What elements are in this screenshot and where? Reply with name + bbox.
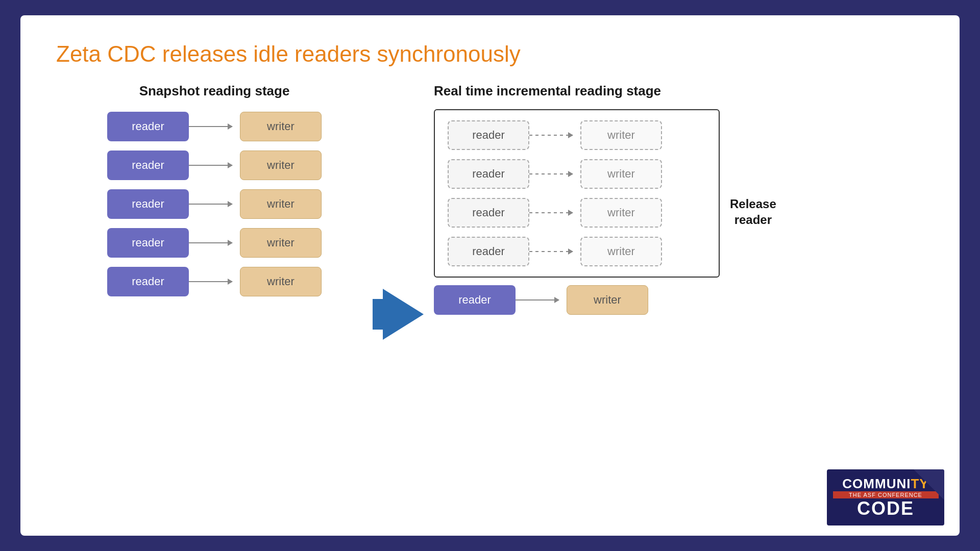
slide: Zeta CDC releases idle readers synchrono…	[20, 15, 960, 536]
reader-box: reader	[107, 228, 189, 258]
right-section: Real time incremental reading stage read…	[434, 83, 924, 315]
arrow-connector-dashed	[529, 212, 580, 213]
right-section-title: Real time incremental reading stage	[434, 83, 661, 99]
writer-box-dashed: writer	[580, 237, 662, 266]
left-row-3: reader writer	[107, 189, 322, 219]
writer-box-dashed: writer	[580, 159, 662, 189]
reader-box: reader	[107, 151, 189, 180]
logo-triangle	[914, 469, 944, 500]
writer-box: writer	[240, 228, 322, 258]
left-row-4: reader writer	[107, 228, 322, 258]
arrow-connector-dashed	[529, 135, 580, 136]
right-dashed-box: reader writer reader writer reader	[434, 109, 720, 278]
right-row-3: reader writer	[448, 198, 706, 228]
writer-box-dashed: writer	[580, 120, 662, 150]
reader-box-active: reader	[434, 285, 516, 315]
left-section-title: Snapshot reading stage	[139, 83, 290, 99]
diagram-area: Snapshot reading stage reader writer rea…	[56, 83, 924, 515]
reader-box: reader	[107, 267, 189, 296]
left-section: Snapshot reading stage reader writer rea…	[56, 83, 373, 296]
right-with-label: reader writer reader writer reader	[434, 109, 776, 315]
big-arrow-shape	[383, 289, 424, 340]
writer-box: writer	[240, 267, 322, 296]
arrow-connector	[189, 281, 240, 282]
right-row-1: reader writer	[448, 120, 706, 150]
right-row-4: reader writer	[448, 237, 706, 266]
arrow-connector	[189, 204, 240, 205]
arrow-connector-active	[516, 299, 567, 300]
reader-box-dashed: reader	[448, 198, 529, 228]
writer-box: writer	[240, 151, 322, 180]
reader-box: reader	[107, 189, 189, 219]
right-row-2: reader writer	[448, 159, 706, 189]
reader-box-dashed: reader	[448, 120, 529, 150]
writer-box-active: writer	[567, 285, 648, 315]
reader-box-dashed: reader	[448, 159, 529, 189]
writer-box: writer	[240, 189, 322, 219]
left-row-1: reader writer	[107, 112, 322, 141]
bottom-active-row: reader writer	[434, 285, 720, 315]
reader-box: reader	[107, 112, 189, 141]
reader-box-dashed: reader	[448, 237, 529, 266]
transition-arrow	[373, 289, 434, 340]
arrow-connector-dashed	[529, 173, 580, 174]
arrow-connector-dashed	[529, 251, 580, 252]
arrow-connector	[189, 126, 240, 127]
left-row-2: reader writer	[107, 151, 322, 180]
arrow-connector	[189, 242, 240, 243]
slide-title: Zeta CDC releases idle readers synchrono…	[56, 41, 924, 68]
writer-box-dashed: writer	[580, 198, 662, 228]
left-rows-container: reader writer reader writer reader write…	[107, 112, 322, 296]
writer-box: writer	[240, 112, 322, 141]
community-code-logo: COMMUNITY THE ASF CONFERENCE CODE	[827, 469, 944, 525]
arrow-connector	[189, 165, 240, 166]
logo-code-text: CODE	[857, 499, 914, 518]
left-row-5: reader writer	[107, 267, 322, 296]
release-label: Release reader	[730, 196, 776, 228]
